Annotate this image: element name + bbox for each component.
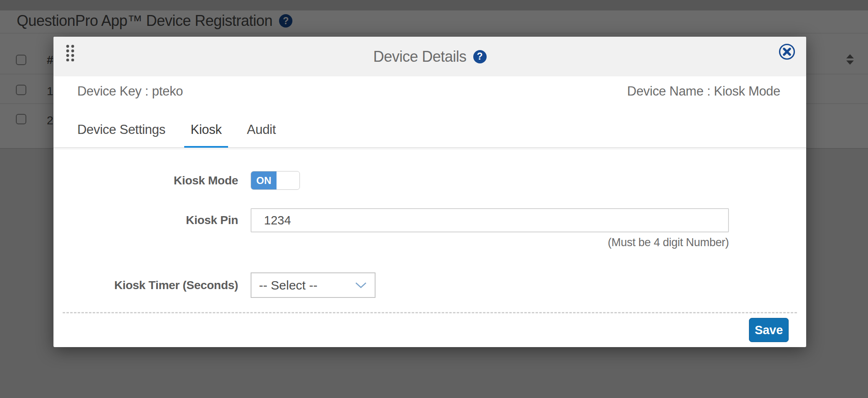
kiosk-mode-toggle[interactable]: ON [251, 171, 300, 190]
tab-bar: Device Settings Kiosk Audit [53, 116, 806, 148]
kiosk-pin-input[interactable] [251, 208, 729, 232]
kiosk-mode-label: Kiosk Mode [53, 171, 238, 190]
modal-header: Device Details ? [53, 37, 806, 76]
tab-audit[interactable]: Audit [241, 116, 282, 148]
kiosk-pin-label: Kiosk Pin [53, 208, 238, 232]
device-key: Device Key : pteko [77, 84, 183, 99]
save-button[interactable]: Save [749, 318, 789, 342]
toggle-on-label: ON [251, 171, 277, 189]
chevron-down-icon [355, 282, 367, 289]
device-name: Device Name : Kiosk Mode [627, 84, 780, 99]
modal-title: Device Details [373, 48, 466, 65]
device-details-modal: Device Details ? Device Key : pteko Devi… [53, 37, 806, 347]
divider [63, 312, 797, 313]
close-icon[interactable] [778, 43, 796, 60]
kiosk-pin-hint: (Must be 4 digit Number) [608, 236, 729, 249]
kiosk-timer-label: Kiosk Timer (Seconds) [53, 272, 238, 298]
kiosk-timer-value: -- Select -- [259, 278, 355, 292]
tab-device-settings[interactable]: Device Settings [71, 116, 172, 148]
modal-help-icon[interactable]: ? [473, 50, 487, 63]
kiosk-timer-select[interactable]: -- Select -- [251, 272, 376, 298]
screen: QuestionPro App™ Device Registration ? #… [0, 0, 868, 398]
tab-kiosk[interactable]: Kiosk [184, 116, 228, 148]
